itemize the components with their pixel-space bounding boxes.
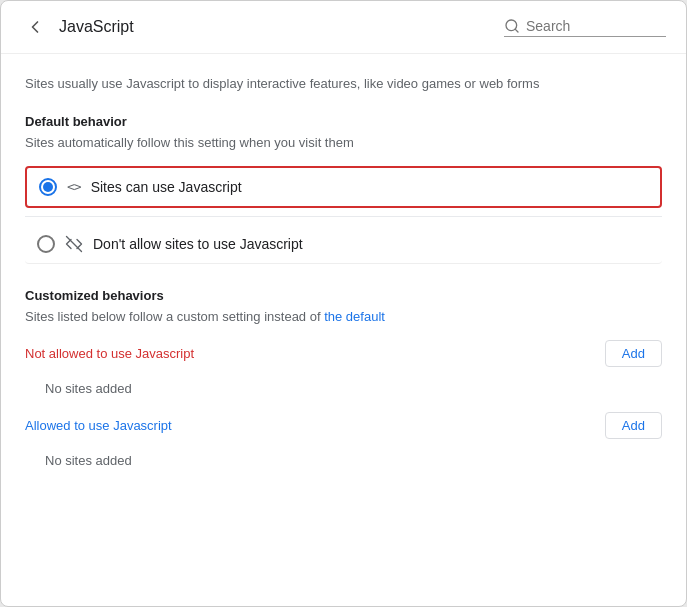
svg-line-1: [515, 29, 518, 32]
customized-behaviors-section: Customized behaviors Sites listed below …: [25, 288, 662, 484]
settings-panel: JavaScript Sites usually use Javascript …: [0, 0, 687, 607]
customized-behaviors-subtitle: Sites listed below follow a custom setti…: [25, 309, 662, 324]
allowed-empty: No sites added: [25, 443, 662, 484]
svg-line-2: [67, 236, 82, 251]
back-button[interactable]: [21, 13, 49, 41]
search-icon: [504, 18, 520, 34]
not-allowed-empty: No sites added: [25, 371, 662, 412]
header-left: JavaScript: [21, 13, 134, 41]
code-icon: <>: [67, 179, 81, 194]
option-allow-label: Sites can use Javascript: [91, 179, 242, 195]
default-behavior-subtitle: Sites automatically follow this setting …: [25, 135, 662, 150]
allowed-label: Allowed to use Javascript: [25, 418, 172, 433]
code-strikethrough-icon: [65, 235, 83, 253]
back-icon: [25, 17, 45, 37]
option-allow-javascript[interactable]: <> Sites can use Javascript: [25, 166, 662, 208]
search-input[interactable]: [526, 18, 666, 34]
options-divider: [25, 216, 662, 217]
radio-allow-dot: [43, 182, 53, 192]
allowed-row: Allowed to use Javascript Add: [25, 412, 662, 439]
default-behavior-title: Default behavior: [25, 114, 662, 129]
customized-behaviors-title: Customized behaviors: [25, 288, 662, 303]
customized-subtitle-text: Sites listed below follow a custom setti…: [25, 309, 321, 324]
allowed-add-button[interactable]: Add: [605, 412, 662, 439]
page-title: JavaScript: [59, 18, 134, 36]
radio-block: [37, 235, 55, 253]
not-allowed-label: Not allowed to use Javascript: [25, 346, 194, 361]
subtitle-text: Sites automatically follow this setting …: [25, 135, 354, 150]
customized-subtitle-link[interactable]: the default: [324, 309, 385, 324]
option-block-label: Don't allow sites to use Javascript: [93, 236, 303, 252]
not-allowed-row: Not allowed to use Javascript Add: [25, 340, 662, 367]
option-block-javascript[interactable]: Don't allow sites to use Javascript: [25, 225, 662, 264]
page-description: Sites usually use Javascript to display …: [25, 74, 662, 94]
radio-allow: [39, 178, 57, 196]
search-container: [504, 18, 666, 37]
header: JavaScript: [1, 1, 686, 54]
not-allowed-add-button[interactable]: Add: [605, 340, 662, 367]
content: Sites usually use Javascript to display …: [1, 54, 686, 606]
